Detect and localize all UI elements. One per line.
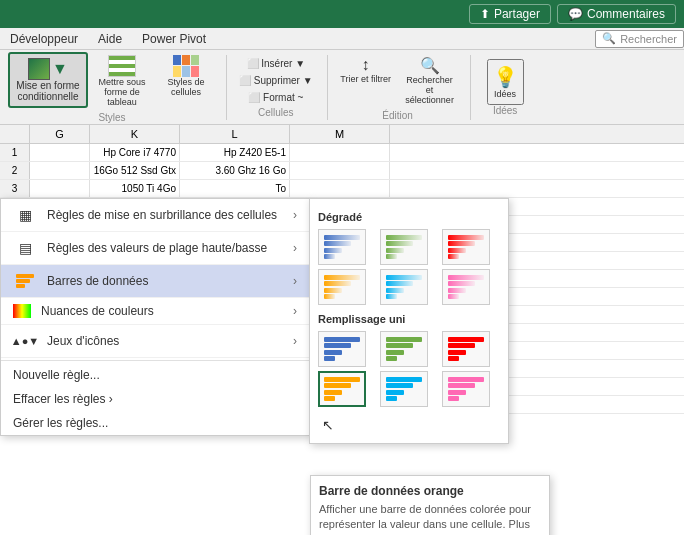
search-placeholder: Rechercher bbox=[620, 33, 677, 45]
styles-cellules-button[interactable]: Styles de cellules bbox=[156, 52, 216, 100]
submenu-ru-pink[interactable] bbox=[442, 371, 490, 407]
highlight-icon: ▦ bbox=[13, 205, 37, 225]
search-box[interactable]: 🔍 Rechercher bbox=[595, 30, 684, 48]
section-cellules-label: Cellules bbox=[258, 107, 294, 118]
icones-icon: ▲●▼ bbox=[13, 331, 37, 351]
submenu-ru-blue[interactable] bbox=[318, 331, 366, 367]
corner-cell bbox=[0, 125, 30, 143]
comments-button[interactable]: 💬 Commentaires bbox=[557, 4, 676, 24]
menu-item-effacer-regles[interactable]: Effacer les règles › bbox=[1, 387, 309, 411]
arrow-icon-2: › bbox=[293, 274, 297, 288]
dg-orange-preview bbox=[322, 273, 362, 301]
toolbar-group-styles: ▼ Mise en forme conditionnelle Mettre so… bbox=[8, 55, 227, 120]
share-label: Partager bbox=[494, 7, 540, 21]
submenu-ru-lightblue[interactable] bbox=[380, 371, 428, 407]
column-headers: G K L M bbox=[0, 125, 684, 144]
main-area: G K L M 1Hp Core i7 4770Hp Z420 E5-1216G… bbox=[0, 125, 684, 535]
supprimer-button[interactable]: ⬜ Supprimer ▼ bbox=[235, 73, 317, 88]
submenu-ru-red[interactable] bbox=[442, 331, 490, 367]
arrow-icon-0: › bbox=[293, 208, 297, 222]
regles-surbrillance-label: Règles de mise en surbrillance des cellu… bbox=[47, 208, 283, 222]
cell-k[interactable]: 16Go 512 Ssd Gtx bbox=[90, 162, 180, 179]
menu-aide[interactable]: Aide bbox=[88, 30, 132, 48]
arrow-icon-1: › bbox=[293, 241, 297, 255]
ru-green-preview bbox=[384, 335, 424, 363]
menu-item-regles-surbrillance[interactable]: ▦ Règles de mise en surbrillance des cel… bbox=[1, 199, 309, 232]
submenu-ru-orange[interactable] bbox=[318, 371, 366, 407]
dg-green-preview bbox=[384, 233, 424, 261]
arrow-icon-4: › bbox=[293, 334, 297, 348]
submenu-dg-blue[interactable] bbox=[318, 229, 366, 265]
barres-icon bbox=[13, 271, 37, 291]
col-l[interactable]: L bbox=[180, 125, 290, 143]
menu-item-regles-valeurs[interactable]: ▤ Règles des valeurs de plage haute/bass… bbox=[1, 232, 309, 265]
cell-m[interactable] bbox=[290, 144, 390, 161]
menu-item-barres-donnees[interactable]: Barres de données › bbox=[1, 265, 309, 298]
conditional-format-menu[interactable]: ▦ Règles de mise en surbrillance des cel… bbox=[0, 198, 310, 436]
mettre-sous-forme-button[interactable]: Mettre sous forme de tableau bbox=[92, 52, 152, 110]
idees-label: Idées bbox=[494, 89, 516, 99]
mise-en-forme-label: Mise en forme conditionnelle bbox=[16, 80, 80, 102]
menu-developpeur[interactable]: Développeur bbox=[0, 30, 88, 48]
cell-l[interactable]: To bbox=[180, 180, 290, 197]
format-button[interactable]: ⬜ Format ~ bbox=[235, 90, 317, 105]
comments-icon: 💬 bbox=[568, 7, 583, 21]
menu-item-nouvelle-regle[interactable]: Nouvelle règle... bbox=[1, 363, 309, 387]
share-icon: ⬆ bbox=[480, 7, 490, 21]
cell-m[interactable] bbox=[290, 180, 390, 197]
remplissage-title: Remplissage uni bbox=[318, 313, 500, 325]
degrade-grid bbox=[318, 229, 500, 305]
cell-m[interactable] bbox=[290, 162, 390, 179]
remplissage-grid bbox=[318, 331, 500, 407]
ru-blue-preview bbox=[322, 335, 362, 363]
dg-blue-preview bbox=[322, 233, 362, 261]
submenu-dg-lightblue[interactable] bbox=[380, 269, 428, 305]
barres-donnees-label: Barres de données bbox=[47, 274, 283, 288]
trier-button[interactable]: ↕ Trier et filtrer bbox=[336, 53, 396, 108]
cell-k[interactable]: Hp Core i7 4770 bbox=[90, 144, 180, 161]
submenu-dg-green[interactable] bbox=[380, 229, 428, 265]
menubar: Développeur Aide Power Pivot 🔍 Recherche… bbox=[0, 28, 684, 50]
trier-label: Trier et filtrer bbox=[340, 74, 391, 84]
col-g[interactable]: G bbox=[30, 125, 90, 143]
menu-item-nuances-couleurs[interactable]: Nuances de couleurs › bbox=[1, 298, 309, 325]
menu-powerpivot[interactable]: Power Pivot bbox=[132, 30, 216, 48]
col-m[interactable]: M bbox=[290, 125, 390, 143]
cell-g[interactable] bbox=[30, 144, 90, 161]
arrow-effacer: › bbox=[109, 392, 113, 406]
mise-en-forme-button[interactable]: ▼ Mise en forme conditionnelle bbox=[8, 52, 88, 108]
submenu-ru-green[interactable] bbox=[380, 331, 428, 367]
jeux-icones-label: Jeux d'icônes bbox=[47, 334, 283, 348]
col-k[interactable]: K bbox=[90, 125, 180, 143]
idees-button[interactable]: 💡 Idées bbox=[487, 59, 524, 105]
nuances-couleurs-label: Nuances de couleurs bbox=[41, 304, 283, 318]
cell-g[interactable] bbox=[30, 180, 90, 197]
rechercher-button[interactable]: 🔍 Rechercher et sélectionner bbox=[400, 53, 460, 108]
comments-label: Commentaires bbox=[587, 7, 665, 21]
cell-k[interactable]: 1050 Ti 4Go bbox=[90, 180, 180, 197]
range-icon: ▤ bbox=[13, 238, 37, 258]
section-edition-label: Édition bbox=[382, 110, 413, 121]
toolbar-group-edition: ↕ Trier et filtrer 🔍 Rechercher et sélec… bbox=[336, 55, 471, 120]
section-styles-label: Styles bbox=[98, 112, 125, 123]
barres-submenu[interactable]: Dégradé bbox=[309, 198, 509, 444]
table-row: 31050 Ti 4GoTo bbox=[0, 180, 684, 198]
styles-cellules-label: Styles de cellules bbox=[159, 77, 213, 97]
menu-item-gerer-regles[interactable]: Gérer les règles... bbox=[1, 411, 309, 435]
submenu-dg-orange[interactable] bbox=[318, 269, 366, 305]
arrow-icon-3: › bbox=[293, 304, 297, 318]
ideas-icon: 💡 bbox=[493, 65, 518, 89]
inserer-button[interactable]: ⬜ Insérer ▼ bbox=[235, 56, 317, 71]
row-number: 1 bbox=[0, 144, 30, 161]
toolbar-group-cellules: ⬜ Insérer ▼ ⬜ Supprimer ▼ ⬜ Format ~ Cel… bbox=[235, 55, 328, 120]
submenu-dg-pink[interactable] bbox=[442, 269, 490, 305]
menu-item-jeux-icones[interactable]: ▲●▼ Jeux d'icônes › bbox=[1, 325, 309, 358]
section-idees-label: Idées bbox=[493, 105, 517, 116]
cell-l[interactable]: 3.60 Ghz 16 Go bbox=[180, 162, 290, 179]
share-button[interactable]: ⬆ Partager bbox=[469, 4, 551, 24]
dg-red-preview bbox=[446, 233, 486, 261]
cell-g[interactable] bbox=[30, 162, 90, 179]
divider-1 bbox=[1, 360, 309, 361]
submenu-dg-red[interactable] bbox=[442, 229, 490, 265]
cell-l[interactable]: Hp Z420 E5-1 bbox=[180, 144, 290, 161]
